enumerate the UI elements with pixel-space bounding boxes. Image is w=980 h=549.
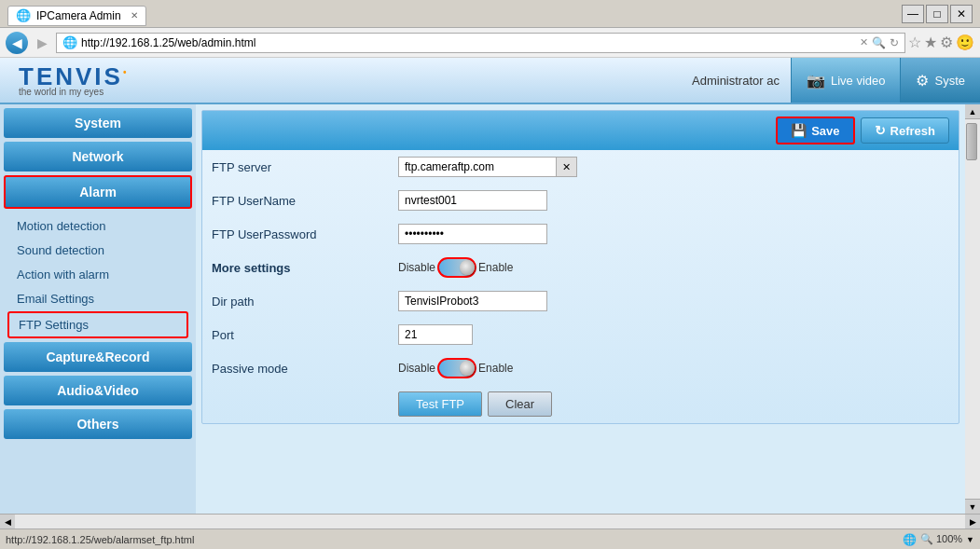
table-row: Passive mode Disable Enable — [202, 351, 959, 385]
status-bar: http://192.168.1.25/web/alarmset_ftp.htm… — [0, 528, 980, 549]
ftp-password-input[interactable] — [398, 224, 547, 244]
address-input-container[interactable]: 🌐 ✕ 🔍 ↻ — [56, 33, 905, 53]
ftp-username-field — [389, 184, 959, 217]
sidebar-item-sound-detection[interactable]: Sound detection — [7, 239, 188, 262]
port-label: Port — [202, 318, 389, 351]
table-row: Dir path — [202, 284, 959, 318]
tab-close-icon[interactable]: ✕ — [131, 10, 138, 21]
live-video-nav[interactable]: 📷 Live video — [791, 58, 901, 103]
passive-mode-toggle-knob — [460, 361, 475, 376]
address-refresh-icon[interactable]: ↻ — [890, 36, 899, 49]
table-row: FTP server ✕ — [202, 150, 959, 184]
address-search-icon[interactable]: 🔍 — [872, 36, 886, 49]
app-header: TENVIS• the world in my eyes Administrat… — [0, 58, 980, 104]
horizontal-scrollbar: ◀ ▶ — [0, 514, 980, 528]
sidebar-item-action-with-alarm[interactable]: Action with alarm — [7, 263, 188, 286]
more-settings-toggle-group: Disable Enable — [398, 257, 949, 278]
address-bar: ◀ ▶ 🌐 ✕ 🔍 ↻ ☆ ★ ⚙ 🙂 — [0, 28, 980, 58]
content-panel: 💾 Save ↻ Refresh — [201, 110, 959, 424]
scroll-down-button[interactable]: ▼ — [965, 499, 980, 514]
status-right: 🌐 🔍 100% ▼ — [903, 533, 974, 546]
settings-form: FTP server ✕ — [202, 150, 959, 423]
sidebar-item-motion-detection[interactable]: Motion detection — [7, 214, 188, 238]
ftp-username-input[interactable] — [398, 190, 547, 211]
status-url: http://192.168.1.25/web/alarmset_ftp.htm… — [6, 534, 194, 545]
live-video-label: Live video — [831, 74, 886, 88]
ftp-server-input[interactable] — [398, 157, 557, 177]
port-field — [389, 318, 959, 351]
save-icon: 💾 — [791, 123, 807, 138]
clear-button[interactable]: Clear — [488, 391, 552, 417]
scroll-up-button[interactable]: ▲ — [965, 104, 980, 119]
system-label: Syste — [934, 74, 965, 88]
more-settings-enable-label: Enable — [478, 261, 513, 274]
ftp-server-label: FTP server — [202, 150, 389, 184]
bookmarks-star[interactable]: ☆ — [908, 34, 921, 51]
table-row: Port — [202, 318, 959, 351]
address-clear-icon[interactable]: ✕ — [860, 36, 868, 48]
passive-mode-enable-label: Enable — [478, 362, 513, 375]
passive-mode-field: Disable Enable — [389, 351, 959, 385]
more-settings-label: More settings — [202, 251, 389, 284]
system-nav[interactable]: ⚙ Syste — [900, 58, 980, 103]
scroll-thumb[interactable] — [966, 123, 977, 160]
dir-path-label: Dir path — [202, 284, 389, 318]
sidebar-item-email-settings[interactable]: Email Settings — [7, 287, 188, 310]
sidebar-item-system[interactable]: System — [4, 108, 192, 138]
more-settings-disable-label: Disable — [398, 261, 435, 274]
save-button[interactable]: 💾 Save — [776, 117, 854, 144]
active-tab[interactable]: 🌐 IPCamera Admin ✕ — [7, 6, 146, 26]
sidebar: System Network Alarm Motion detection So… — [0, 104, 196, 514]
sidebar-item-capture-record[interactable]: Capture&Record — [4, 342, 192, 372]
status-zoom-down-icon[interactable]: ▼ — [966, 535, 974, 544]
h-scroll-left-button[interactable]: ◀ — [0, 515, 15, 528]
refresh-label: Refresh — [890, 124, 935, 138]
passive-mode-disable-label: Disable — [398, 362, 435, 375]
close-button[interactable]: ✕ — [950, 5, 973, 23]
forward-button[interactable]: ▶ — [31, 32, 53, 54]
win-controls: — □ ✕ — [902, 5, 973, 23]
refresh-icon: ↻ — [875, 123, 886, 138]
title-bar-tabs: 🌐 IPCamera Admin ✕ — [7, 2, 169, 26]
alarm-sub-menu: Motion detection Sound detection Action … — [4, 213, 192, 340]
sidebar-item-ftp-settings[interactable]: FTP Settings — [7, 311, 188, 338]
port-input[interactable] — [398, 324, 473, 345]
panel-toolbar: 💾 Save ↻ Refresh — [202, 111, 959, 150]
tab-label: IPCamera Admin — [36, 9, 121, 22]
ftp-server-field: ✕ — [389, 150, 959, 184]
minimize-button[interactable]: — — [902, 5, 924, 23]
sidebar-item-others[interactable]: Others — [4, 409, 192, 439]
table-row: Test FTP Clear — [202, 385, 959, 423]
sidebar-item-alarm[interactable]: Alarm — [4, 175, 192, 209]
maximize-button[interactable]: □ — [926, 5, 948, 23]
action-buttons: Test FTP Clear — [398, 391, 949, 417]
refresh-button[interactable]: ↻ Refresh — [861, 117, 949, 144]
dir-path-input[interactable] — [398, 291, 547, 311]
header-admin-text: Administrator ac — [681, 58, 791, 103]
tools-icon[interactable]: ⚙ — [940, 34, 953, 51]
h-scroll-right-button[interactable]: ▶ — [965, 515, 980, 528]
camera-icon: 📷 — [807, 72, 825, 89]
smiley-icon: 🙂 — [956, 34, 974, 51]
back-button[interactable]: ◀ — [6, 32, 28, 54]
passive-mode-label: Passive mode — [202, 351, 389, 385]
address-input[interactable] — [81, 36, 856, 49]
gear-icon: ⚙ — [916, 72, 929, 89]
ftp-server-clear-button[interactable]: ✕ — [557, 157, 577, 177]
table-row: FTP UserName — [202, 184, 959, 217]
favorites-icon[interactable]: ★ — [924, 34, 937, 51]
app-area: TENVIS• the world in my eyes Administrat… — [0, 58, 980, 549]
sidebar-item-audio-video[interactable]: Audio&Video — [4, 376, 192, 405]
test-ftp-button[interactable]: Test FTP — [398, 391, 482, 417]
h-scroll-track — [15, 515, 965, 528]
vertical-scrollbar[interactable]: ▲ ▼ — [965, 104, 980, 514]
more-settings-toggle[interactable] — [437, 257, 476, 278]
passive-mode-toggle[interactable] — [437, 358, 476, 378]
passive-mode-toggle-group: Disable Enable — [398, 358, 949, 378]
tab-favicon: 🌐 — [16, 8, 31, 22]
logo-area: TENVIS• the world in my eyes — [19, 63, 129, 97]
main-panel: 💾 Save ↻ Refresh — [196, 104, 965, 514]
scroll-track — [965, 119, 980, 499]
sidebar-item-network[interactable]: Network — [4, 142, 192, 172]
status-zoom: 🔍 100% — [920, 533, 962, 545]
